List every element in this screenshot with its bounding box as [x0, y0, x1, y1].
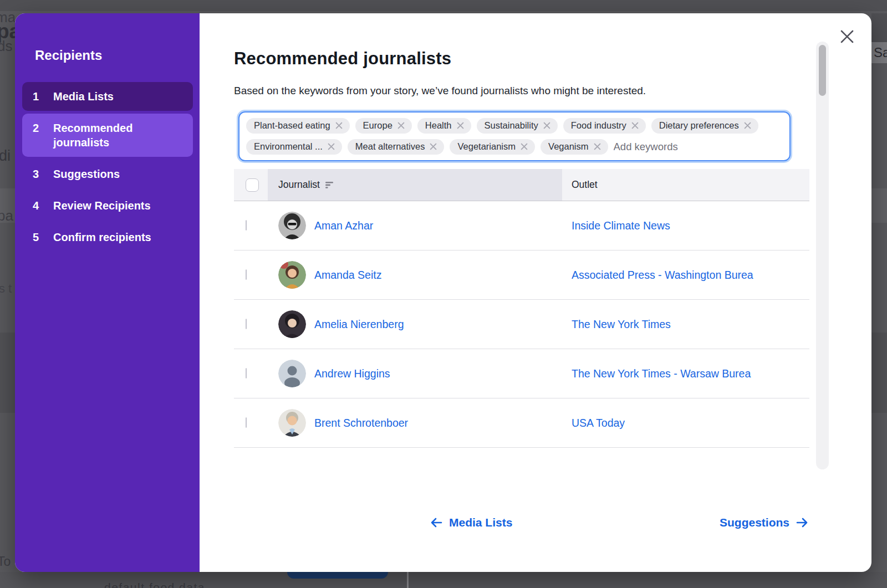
close-button[interactable] — [839, 28, 855, 45]
journalist-header-label: Journalist — [278, 179, 320, 191]
keyword-chip-label: Europe — [363, 120, 392, 131]
outlet-link[interactable]: The New York Times - Warsaw Burea — [572, 367, 751, 380]
keyword-chip: Environmental ... — [246, 139, 342, 155]
remove-keyword-icon[interactable] — [457, 122, 464, 129]
step-number: 3 — [33, 167, 45, 181]
keyword-chip: Europe — [355, 118, 412, 134]
modal-footer: Media Lists Suggestions — [430, 514, 808, 531]
step-label: Media Lists — [53, 89, 114, 104]
back-button-label: Media Lists — [449, 516, 512, 529]
avatar — [278, 261, 306, 289]
keyword-chip: Veganism — [541, 139, 608, 155]
sidebar-step-review-recipients[interactable]: 4 Review Recipients — [22, 191, 193, 220]
step-number: 5 — [33, 230, 45, 244]
keyword-chip-label: Meat alternatives — [355, 141, 425, 152]
keyword-chip-label: Health — [425, 120, 452, 131]
background-text-fragment: ds — [0, 38, 12, 55]
table-row: Aman Azhar Inside Climate News — [234, 201, 809, 250]
keyword-chip-label: Veganism — [548, 141, 588, 152]
remove-keyword-icon[interactable] — [335, 122, 343, 129]
table-row: Brent Schrotenboer USA Today — [234, 398, 809, 448]
remove-keyword-icon[interactable] — [744, 122, 751, 129]
row-checkbox[interactable] — [246, 220, 247, 231]
journalists-table: Journalist Outlet — [234, 169, 809, 448]
next-button-label: Suggestions — [720, 516, 789, 529]
next-suggestions-button[interactable]: Suggestions — [720, 516, 808, 529]
arrow-right-icon — [796, 518, 808, 528]
keyword-chip-label: Environmental ... — [254, 141, 323, 152]
table-header: Journalist Outlet — [234, 169, 809, 201]
keyword-chip: Plant-based eating — [246, 118, 350, 134]
outlet-link[interactable]: Inside Climate News — [572, 219, 670, 232]
row-checkbox[interactable] — [246, 368, 247, 379]
keyword-chip-label: Vegetarianism — [457, 141, 516, 152]
close-icon — [840, 29, 854, 44]
background-text-fragment: pa — [0, 207, 13, 224]
remove-keyword-icon[interactable] — [328, 143, 335, 150]
remove-keyword-icon[interactable] — [594, 143, 601, 150]
step-label: Review Recipients — [53, 198, 151, 213]
background-panel-divider — [407, 572, 409, 588]
row-checkbox[interactable] — [246, 417, 247, 428]
avatar — [278, 409, 306, 437]
background-save-button-fragment: Sa — [871, 42, 887, 63]
remove-keyword-icon[interactable] — [430, 143, 437, 150]
outlet-column-header: Outlet — [562, 169, 809, 201]
keyword-chip: Sustainability — [477, 118, 558, 134]
modal-scrollbar-track — [816, 42, 829, 469]
sort-icon — [325, 181, 334, 189]
modal-scrollbar-thumb[interactable] — [819, 45, 826, 96]
table-row: Amelia Nierenberg The New York Times — [234, 300, 809, 349]
keyword-chip: Dietary preferences — [651, 118, 758, 134]
page-title: Recommended journalists — [234, 49, 871, 69]
select-all-checkbox[interactable] — [246, 178, 259, 192]
keyword-chip-label: Plant-based eating — [254, 120, 330, 131]
background-panel-edge — [871, 13, 887, 42]
background-text-fragment: default food data — [104, 581, 293, 588]
journalist-link[interactable]: Aman Azhar — [314, 219, 373, 232]
background-text-fragment: di — [0, 147, 11, 165]
page-subtitle: Based on the keywords from your story, w… — [234, 85, 871, 97]
background-band — [0, 0, 887, 11]
step-label: Suggestions — [53, 167, 120, 181]
table-row: Amanda Seitz Associated Press - Washingt… — [234, 250, 809, 300]
journalist-link[interactable]: Andrew Higgins — [314, 367, 390, 380]
background-text-fragment: To — [0, 554, 11, 569]
keyword-chip: Meat alternatives — [348, 139, 445, 155]
keyword-chip: Vegetarianism — [450, 139, 535, 155]
background-text-fragment: s t — [0, 282, 12, 296]
arrow-left-icon — [430, 518, 442, 528]
modal-main: Recommended journalists Based on the key… — [200, 13, 871, 572]
avatar-placeholder — [278, 360, 306, 387]
outlet-link[interactable]: The New York Times — [572, 318, 671, 330]
sidebar-step-media-lists[interactable]: 1 Media Lists — [22, 82, 193, 111]
step-number: 2 — [33, 121, 45, 150]
avatar — [278, 310, 306, 338]
step-number: 4 — [33, 198, 45, 213]
journalist-column-header[interactable]: Journalist — [268, 169, 562, 201]
keyword-chip-label: Sustainability — [485, 120, 538, 131]
row-checkbox[interactable] — [246, 319, 247, 329]
journalist-link[interactable]: Amanda Seitz — [314, 269, 381, 282]
sidebar-step-recommended-journalists[interactable]: 2 Recommended journalists — [22, 114, 193, 157]
outlet-link[interactable]: USA Today — [572, 417, 625, 429]
remove-keyword-icon[interactable] — [397, 122, 405, 129]
row-checkbox[interactable] — [246, 269, 247, 280]
sidebar-step-confirm-recipients[interactable]: 5 Confirm recipients — [22, 223, 193, 252]
remove-keyword-icon[interactable] — [631, 122, 639, 129]
wizard-sidebar: Recipients 1 Media Lists 2 Recommended j… — [15, 13, 200, 572]
step-label: Confirm recipients — [53, 230, 151, 244]
sidebar-title: Recipients — [35, 48, 193, 63]
remove-keyword-icon[interactable] — [543, 122, 550, 129]
keywords-field[interactable]: Plant-based eating Europe Health Sustain… — [238, 111, 791, 161]
outlet-link[interactable]: Associated Press - Washington Burea — [572, 269, 753, 281]
back-media-lists-button[interactable]: Media Lists — [430, 516, 512, 529]
remove-keyword-icon[interactable] — [521, 143, 528, 150]
keyword-chip-label: Food industry — [571, 120, 626, 131]
sidebar-step-suggestions[interactable]: 3 Suggestions — [22, 160, 193, 188]
keyword-chip: Food industry — [563, 118, 646, 134]
add-keywords-input[interactable] — [614, 139, 783, 155]
journalist-link[interactable]: Amelia Nierenberg — [314, 318, 404, 331]
journalist-link[interactable]: Brent Schrotenboer — [314, 417, 408, 430]
outlet-header-label: Outlet — [572, 179, 598, 191]
